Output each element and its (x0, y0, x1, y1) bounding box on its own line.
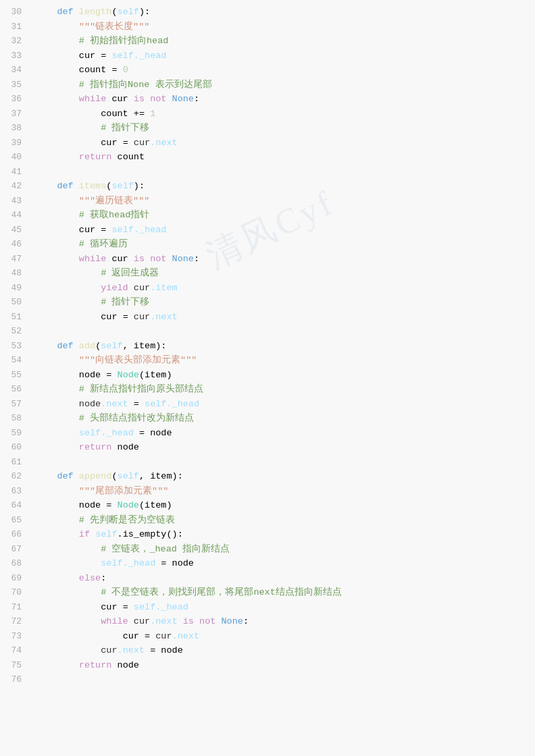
syntax-token: .next (150, 138, 178, 148)
syntax-token: # 获取head指针 (79, 210, 150, 220)
syntax-token: .next (150, 312, 178, 322)
line-number: 48 (0, 267, 35, 280)
table-row: 49 yield cur.item (0, 281, 535, 296)
line-number: 49 (0, 281, 35, 295)
syntax-token: # 初始指针指向head (79, 36, 169, 46)
table-row: 41 (0, 165, 535, 180)
line-content: # 头部结点指针改为新结点 (35, 412, 524, 426)
syntax-token: while (101, 616, 134, 626)
table-row: 50 # 指针下移 (0, 296, 535, 310)
table-row: 63 """尾部添加元素""" (0, 485, 535, 500)
table-row: 53 def add(self, item): (0, 340, 535, 354)
table-row: 54 """向链表头部添加元素""" (0, 354, 535, 369)
line-number: 69 (0, 572, 35, 585)
table-row: 67 # 空链表，_head 指向新结点 (0, 543, 535, 558)
table-row: 33 cur = self._head (0, 49, 535, 64)
line-number: 45 (0, 223, 35, 237)
line-number: 33 (0, 49, 35, 63)
line-content (35, 165, 524, 180)
syntax-token: ._head (134, 51, 167, 61)
syntax-token: self (95, 529, 117, 539)
syntax-token: # 空链表，_head 指向新结点 (101, 544, 230, 554)
line-number: 34 (0, 63, 35, 77)
syntax-token: cur (134, 283, 150, 293)
table-row: 72 while cur.next is not None: (0, 615, 535, 630)
table-row: 69 else: (0, 572, 535, 587)
line-content: cur = self._head (35, 49, 524, 63)
syntax-token: .next (101, 399, 128, 409)
table-row: 55 node = Node(item) (0, 369, 535, 383)
table-row: 42 def items(self): (0, 180, 535, 194)
line-content: # 指针指向None 表示到达尾部 (35, 78, 524, 92)
line-number: 51 (0, 310, 35, 324)
syntax-token: ._head (155, 602, 188, 612)
table-row: 34 count = 0 (0, 63, 535, 78)
line-content: """尾部添加元素""" (35, 485, 524, 499)
syntax-token: ._head (134, 225, 167, 235)
table-row: 30 def length(self): (0, 5, 535, 20)
line-content: node = Node(item) (35, 499, 524, 513)
syntax-token: None (172, 254, 194, 264)
syntax-token: return (79, 152, 118, 162)
syntax-token: self (101, 558, 122, 568)
line-content: # 不是空链表，则找到尾部，将尾部next结点指向新结点 (35, 586, 524, 600)
syntax-token: is (128, 254, 150, 264)
line-content: def add(self, item): (35, 340, 524, 354)
syntax-token: 0 (123, 65, 128, 75)
syntax-token: not (150, 94, 172, 104)
syntax-token: # 指针下移 (101, 297, 149, 307)
table-row: 39 cur = cur.next (0, 136, 535, 151)
code-lines: 30 def length(self):31 """链表长度"""32 # 初始… (0, 5, 535, 688)
syntax-token: while (79, 94, 112, 104)
line-content: else: (35, 572, 524, 586)
syntax-token: cur (134, 616, 150, 626)
line-content: def items(self): (35, 180, 524, 194)
table-row: 74 cur.next = node (0, 644, 535, 659)
syntax-token: 1 (150, 109, 155, 119)
line-number: 54 (0, 354, 35, 367)
table-row: 46 # 循环遍历 (0, 238, 535, 252)
table-row: 36 while cur is not None: (0, 92, 535, 107)
syntax-token: # 不是空链表，则找到尾部，将尾部next结点指向新结点 (101, 587, 342, 597)
syntax-token: return (79, 442, 118, 452)
syntax-token: # 新结点指针指向原头部结点 (79, 384, 203, 394)
syntax-token: def (57, 7, 78, 17)
syntax-token: .next (150, 616, 178, 626)
line-number: 37 (0, 107, 35, 121)
syntax-token: def (57, 181, 78, 191)
table-row: 48 # 返回生成器 (0, 267, 535, 281)
line-content: cur = cur.next (35, 630, 524, 644)
table-row: 75 return node (0, 659, 535, 674)
line-content: """遍历链表""" (35, 194, 524, 209)
table-row: 73 cur = cur.next (0, 630, 535, 645)
syntax-token: Node (118, 370, 139, 380)
syntax-token: def (57, 341, 78, 351)
line-number: 57 (0, 398, 35, 411)
line-number: 52 (0, 325, 35, 338)
line-content: # 循环遍历 (35, 238, 524, 252)
line-number: 42 (0, 180, 35, 193)
line-number: 65 (0, 514, 35, 527)
table-row: 66 if self.is_empty(): (0, 528, 535, 543)
syntax-token: None (172, 94, 194, 104)
line-number: 71 (0, 601, 35, 614)
syntax-token: self (101, 341, 122, 351)
syntax-token: items (79, 181, 107, 191)
syntax-token: """遍历链表""" (79, 196, 150, 206)
line-content: # 空链表，_head 指向新结点 (35, 543, 524, 557)
table-row: 51 cur = cur.next (0, 310, 535, 325)
table-row: 65 # 先判断是否为空链表 (0, 514, 535, 529)
line-content: # 初始指针指向head (35, 34, 524, 49)
syntax-token: ._head (123, 558, 156, 568)
syntax-token: length (79, 7, 112, 17)
line-content: self._head = node (35, 557, 524, 571)
line-number: 39 (0, 136, 35, 150)
syntax-token: .item (150, 283, 178, 293)
table-row: 58 # 头部结点指针改为新结点 (0, 412, 535, 427)
table-row: 60 return node (0, 441, 535, 456)
line-content: count += 1 (35, 107, 524, 122)
line-number: 58 (0, 412, 35, 425)
table-row: 44 # 获取head指针 (0, 209, 535, 223)
syntax-token: self (111, 51, 133, 61)
line-number: 35 (0, 78, 35, 92)
